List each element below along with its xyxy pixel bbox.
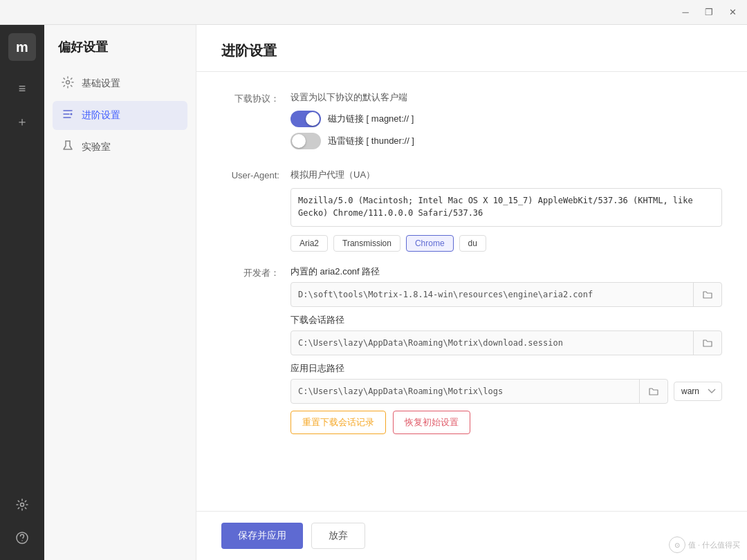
close-button[interactable]: ✕: [726, 6, 739, 19]
nav-settings-icon[interactable]: [8, 491, 36, 519]
aria2-conf-input-wrap: [290, 282, 722, 307]
minimize-button[interactable]: ─: [679, 6, 692, 19]
watermark-text: 值 · 什么值得买: [688, 540, 740, 550]
nav-help-icon[interactable]: [8, 524, 36, 552]
thunder-toggle-label: 迅雷链接 [ thunder:// ]: [328, 135, 414, 147]
sidebar-wide: 偏好设置 基础设置 进阶设置: [44, 25, 196, 560]
sidebar-item-basic[interactable]: 基础设置: [53, 69, 187, 98]
useragent-desc: 模拟用户代理（UA）: [290, 169, 722, 181]
app-logo: m: [8, 33, 36, 61]
log-path-label: 应用日志路径: [290, 362, 722, 375]
developer-section: 开发者： 内置的 aria2.conf 路径: [221, 265, 722, 434]
nav-menu-icon[interactable]: ≡: [8, 75, 36, 102]
save-apply-button[interactable]: 保存并应用: [221, 523, 303, 549]
protocol-content: 设置为以下协议的默认客户端 磁力链接 [ magnet:// ] 迅雷链接 [ …: [290, 91, 722, 155]
session-path-input[interactable]: [291, 333, 693, 353]
protocol-desc: 设置为以下协议的默认客户端: [290, 91, 722, 104]
thunder-toggle-row: 迅雷链接 [ thunder:// ]: [290, 133, 722, 149]
ua-preset-chrome[interactable]: Chrome: [406, 235, 454, 252]
aria2-conf-browse-button[interactable]: [693, 283, 721, 306]
sidebar-item-lab[interactable]: 实验室: [53, 133, 187, 162]
useragent-section: User-Agent: 模拟用户代理（UA） Mozilla/5.0 (Maci…: [221, 169, 722, 252]
app-container: m ≡ ＋ 偏好设置 基础设: [0, 25, 747, 560]
watermark-icon: ⊙: [669, 536, 685, 553]
ua-preset-du[interactable]: du: [459, 235, 486, 252]
session-path-row: 下载会话路径: [290, 314, 722, 355]
ua-preset-aria2[interactable]: Aria2: [290, 235, 328, 252]
advanced-settings-icon: [61, 108, 75, 123]
magnet-toggle[interactable]: [290, 111, 321, 127]
action-buttons: 重置下载会话记录 恢复初始设置: [290, 411, 722, 434]
sidebar-item-basic-label: 基础设置: [82, 77, 120, 90]
protocol-section: 下载协议： 设置为以下协议的默认客户端 磁力链接 [ magnet:// ] 迅: [221, 91, 722, 155]
aria2-conf-label: 内置的 aria2.conf 路径: [290, 265, 722, 278]
thunder-toggle-thumb: [292, 134, 306, 148]
session-path-label: 下载会话路径: [290, 314, 722, 326]
svg-point-4: [71, 113, 73, 115]
content-header: 进阶设置: [196, 25, 747, 72]
sidebar-item-lab-label: 实验室: [82, 141, 111, 153]
thunder-toggle[interactable]: [290, 133, 321, 149]
reset-session-button[interactable]: 重置下载会话记录: [290, 411, 386, 434]
sidebar-item-advanced[interactable]: 进阶设置: [53, 101, 187, 130]
magnet-toggle-thumb: [306, 112, 320, 126]
log-browse-button[interactable]: [639, 380, 667, 403]
restore-defaults-button[interactable]: 恢复初始设置: [393, 411, 470, 434]
content-body: 下载协议： 设置为以下协议的默认客户端 磁力链接 [ magnet:// ] 迅: [196, 72, 747, 511]
sidebar-narrow: m ≡ ＋: [0, 25, 44, 560]
nav-add-icon[interactable]: ＋: [8, 108, 36, 136]
session-path-input-wrap: [290, 330, 722, 355]
svg-point-2: [21, 540, 23, 541]
aria2-conf-row: 内置的 aria2.conf 路径: [290, 265, 722, 307]
discard-button[interactable]: 放弃: [311, 523, 365, 549]
aria2-conf-input[interactable]: [291, 284, 693, 305]
sidebar-item-advanced-label: 进阶设置: [82, 109, 120, 122]
basic-settings-icon: [61, 76, 75, 91]
protocol-label: 下载协议：: [221, 91, 290, 105]
svg-point-3: [66, 81, 70, 84]
session-browse-button[interactable]: [693, 331, 721, 355]
log-path-input-wrap: [290, 379, 668, 404]
page-title: 进阶设置: [221, 41, 722, 60]
sidebar-title: 偏好设置: [53, 39, 187, 55]
log-path-input[interactable]: [291, 381, 639, 402]
magnet-toggle-label: 磁力链接 [ magnet:// ]: [328, 113, 414, 125]
titlebar: ─ ❐ ✕: [0, 0, 747, 25]
ua-preset-transmission[interactable]: Transmission: [333, 235, 400, 252]
useragent-content: 模拟用户代理（UA） Mozilla/5.0 (Macintosh; Intel…: [290, 169, 722, 252]
magnet-toggle-row: 磁力链接 [ magnet:// ]: [290, 111, 722, 127]
watermark: ⊙ 值 · 什么值得买: [669, 536, 740, 553]
log-path-row: 应用日志路径 warn: [290, 362, 722, 404]
svg-point-0: [21, 503, 24, 507]
ua-presets: Aria2 Transmission Chrome du: [290, 235, 722, 252]
log-level-select[interactable]: warn info debug error: [674, 382, 722, 401]
content-footer: 保存并应用 放弃: [196, 511, 747, 560]
developer-content: 内置的 aria2.conf 路径 下载会话路径: [290, 265, 722, 434]
useragent-label: User-Agent:: [221, 169, 290, 180]
useragent-textarea[interactable]: Mozilla/5.0 (Macintosh; Intel Mac OS X 1…: [290, 188, 722, 227]
developer-label: 开发者：: [221, 265, 290, 279]
log-path-with-select: warn info debug error: [290, 379, 722, 404]
main-content: 进阶设置 下载协议： 设置为以下协议的默认客户端 磁力链接 [ magnet:/…: [196, 25, 747, 560]
lab-icon: [61, 140, 75, 155]
restore-button[interactable]: ❐: [703, 6, 715, 19]
